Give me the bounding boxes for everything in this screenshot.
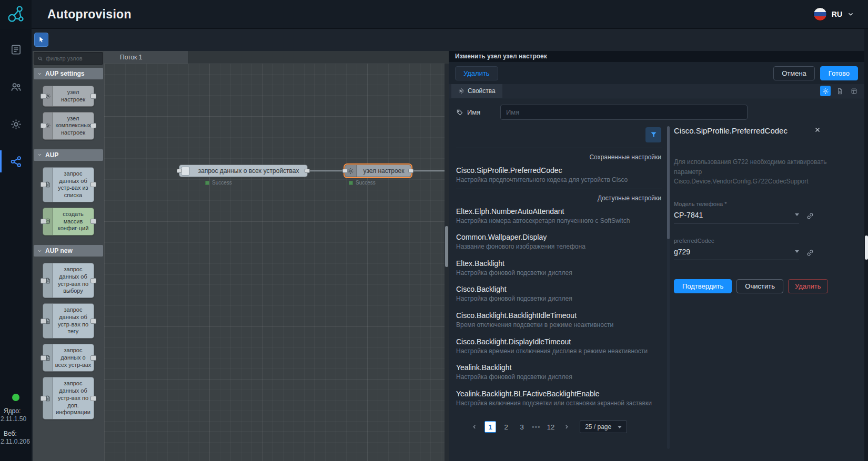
delete-setting-button[interactable]: Удалить (788, 279, 828, 293)
palette-node[interactable]: узел комплексных настроек (43, 112, 94, 140)
setting-desc: Настройка включения подсветки или остано… (456, 399, 662, 408)
node-input-port[interactable] (177, 169, 182, 173)
delete-node-button[interactable]: Удалить (455, 66, 498, 80)
palette-node[interactable]: создать массив конфиг-ций (43, 208, 94, 235)
palette-node[interactable]: запрос данных о всех устр-вах (43, 344, 94, 372)
flow-node-settings[interactable]: узел настроек (345, 165, 411, 177)
preferred-codec-select[interactable]: g729 (674, 248, 799, 260)
node-palette: AUP settingsузел настроекузел комплексны… (33, 51, 104, 461)
palette-section: AUP settingsузел настроекузел комплексны… (34, 68, 103, 146)
palette-node[interactable]: узел настроек (43, 86, 94, 107)
palette-section-header[interactable]: AUP (34, 149, 103, 161)
setting-item[interactable]: Cisco.Backlight.DisplayIdleTimeoutНастро… (456, 334, 662, 360)
sidebar-item-flows[interactable] (0, 150, 32, 172)
palette-node-label: запрос данных об устр-вах из списка (53, 168, 94, 202)
palette-node[interactable]: запрос данных об устр-вах по тегу (43, 303, 94, 339)
setting-detail-title: Cisco.SipProfile.PreferredCodec (674, 126, 788, 135)
setting-item[interactable]: Eltex.Elph.NumberAutoAttendantНастройка … (456, 203, 662, 230)
sidebar-status: Ядро: 2.11.1.50 Веб: 2.11.0.206 (0, 394, 32, 453)
canvas-scrollbar[interactable] (445, 64, 449, 461)
setting-item[interactable]: Eltex.BacklightНастройка фоновой подсвет… (456, 255, 662, 282)
node-input-port[interactable] (342, 169, 348, 173)
window-scrollbar-thumb[interactable] (865, 235, 868, 260)
layout-view-button[interactable] (849, 86, 859, 96)
link-icon[interactable] (805, 248, 815, 258)
web-version: 2.11.0.206 (0, 438, 32, 446)
pagination-page-1[interactable]: 1 (485, 421, 496, 433)
flow-canvas[interactable]: запрос данных о всех устройствах Success… (104, 64, 445, 461)
node-status: Success (205, 180, 232, 186)
list-scrollbar[interactable] (667, 126, 670, 449)
pagination-prev-button[interactable] (469, 421, 480, 433)
setting-item[interactable]: Cisco.BacklightНастройка фоновой подсвет… (456, 281, 662, 308)
palette-node[interactable]: запрос данных об устр-вах из списка (43, 167, 94, 202)
close-detail-button[interactable] (814, 126, 822, 135)
chevron-down-icon (795, 250, 799, 253)
sidebar-item-registry[interactable] (0, 38, 32, 60)
app-logo[interactable] (0, 0, 32, 29)
setting-name: Common.Wallpaper.Display (456, 233, 662, 241)
pagination-next-button[interactable] (561, 421, 572, 433)
properties-view-button[interactable] (820, 86, 831, 96)
pagination-page-12[interactable]: 12 (545, 421, 557, 433)
setting-item[interactable]: Cisco.Backlight.BacklightIdleTimeoutВрем… (456, 308, 662, 334)
canvas-scrollbar-thumb[interactable] (445, 226, 448, 267)
setting-desc: Настройка фоновой подсветки дисплея (456, 295, 662, 303)
web-label: Веб: (0, 430, 32, 438)
language-selector[interactable]: RU (813, 7, 854, 21)
clear-button[interactable]: Очистить (736, 279, 783, 293)
chevron-down-icon (618, 426, 622, 428)
setting-name: Yealink.Backlight.BLFActiveBacklightEnab… (456, 390, 662, 398)
list-scrollbar-thumb[interactable] (667, 126, 670, 239)
wires (104, 64, 445, 461)
page-size-select[interactable]: 25 / page (580, 421, 627, 433)
pagination-page-2[interactable]: 2 (500, 421, 512, 433)
node-status-text: Success (212, 180, 232, 186)
link-icon[interactable] (805, 211, 815, 221)
sidebar-item-users[interactable] (0, 76, 32, 98)
gear-icon (43, 86, 53, 106)
pagination-page-3[interactable]: 3 (516, 421, 528, 433)
chevron-down-icon (37, 249, 42, 253)
pagination-ellipsis[interactable]: ••• (532, 423, 541, 431)
setting-desc: Настройка времени отключения дисплея в р… (456, 347, 662, 356)
setting-item[interactable]: Cisco.SipProfile.PreferredCodecНастройка… (456, 162, 662, 189)
node-output-port[interactable] (305, 169, 310, 173)
flow-tab[interactable]: Поток 1 (104, 51, 188, 64)
tab-properties[interactable]: Свойства (451, 84, 502, 98)
phone-model-select[interactable]: CP-7841 (674, 211, 799, 223)
setting-item[interactable]: Yealink.Backlight.BLFActiveBacklightEnab… (456, 386, 662, 412)
flow-node-query-all-devices[interactable]: запрос данных о всех устройствах (179, 165, 308, 177)
node-output-port[interactable] (408, 169, 413, 173)
palette-section-header[interactable]: AUP settings (34, 68, 103, 79)
setting-item[interactable]: Yealink.BacklightНастройка фоновой подсв… (456, 360, 662, 386)
palette-node[interactable]: запрос данных об устр-вах по доп. информ… (43, 377, 94, 419)
name-input[interactable] (500, 105, 748, 120)
palette-search[interactable] (34, 52, 103, 65)
field-label: preferredCodec (674, 238, 799, 244)
palette-section: AUP newзапрос данных об устр-вах по выбо… (34, 245, 103, 426)
filter-button[interactable] (645, 127, 661, 142)
window-scrollbar[interactable] (864, 29, 868, 461)
edit-panel-title: Изменить узел узел настроек (449, 51, 864, 62)
palette-section-header[interactable]: AUP new (34, 245, 103, 257)
palette-section: AUPзапрос данных об устр-вах из спискасо… (34, 149, 103, 242)
flow-tabbar: Поток 1 (104, 51, 449, 64)
doc-icon (43, 344, 53, 371)
inject-button[interactable] (181, 167, 190, 176)
name-field-label: Имя (456, 108, 500, 116)
palette-node[interactable]: запрос данных об устр-вах по выбору (43, 263, 94, 298)
description-view-button[interactable] (834, 86, 845, 96)
settings-list-column: Сохраненные настройки Cisco.SipProfile.P… (456, 125, 662, 454)
flow-node-label: узел настроек (357, 167, 411, 175)
setting-desc: Настройка номера автосекретаря полученно… (456, 217, 662, 226)
pointer-tool-button[interactable] (34, 33, 48, 47)
palette-search-input[interactable] (46, 55, 99, 62)
chevron-down-icon (37, 71, 42, 76)
sidebar-item-settings[interactable] (0, 113, 32, 135)
confirm-button[interactable]: Подтвердить (674, 279, 732, 293)
cancel-button[interactable]: Отмена (773, 66, 815, 80)
setting-item[interactable]: Common.Wallpaper.DisplayНазвание фоновог… (456, 229, 662, 255)
done-button[interactable]: Готово (820, 66, 858, 80)
tag-icon (456, 109, 463, 116)
